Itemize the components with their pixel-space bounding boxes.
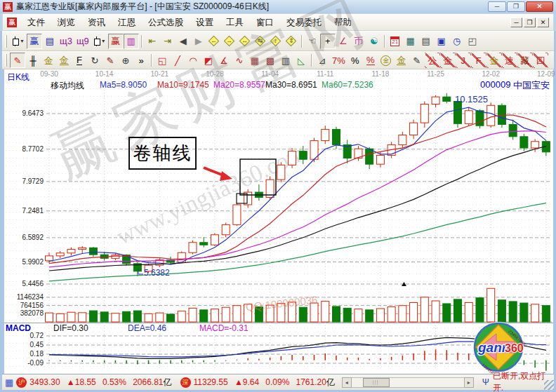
mdi-restore-button[interactable]: ❐ (524, 18, 536, 27)
percent-icon[interactable]: % (348, 53, 363, 68)
menu-item-gann[interactable]: 江恩 (112, 15, 142, 29)
scrollbar-right-arrow-icon[interactable]: ▸ (464, 377, 474, 388)
si-angle-icon[interactable]: 四 (533, 53, 548, 68)
next-page-icon[interactable]: ▶ (191, 34, 206, 49)
menu-item-formula-picker[interactable]: 公式选股 (142, 15, 190, 29)
expand-h-icon[interactable]: ↔ (237, 34, 253, 49)
compress-v-icon[interactable]: ⇕ (284, 34, 299, 49)
toolbar-grip[interactable] (5, 35, 7, 48)
gann-grid-box-icon[interactable]: ◩ (201, 53, 216, 68)
golden-red-icon[interactable]: 金 (440, 53, 456, 68)
date-label: 10-14 (93, 70, 117, 78)
close-button[interactable]: ✕ (526, 1, 553, 12)
spiral-icon[interactable]: ↻ (87, 53, 102, 68)
golden-lines-icon[interactable]: 金 (394, 53, 409, 68)
gann360-text-360: 360 (505, 342, 524, 354)
grid-box-icon[interactable]: ▩ (263, 53, 278, 68)
crosshair-icon[interactable]: + (320, 34, 336, 49)
save-icon[interactable]: ▣ (434, 34, 449, 49)
stock-name: 中国宝安 (513, 79, 550, 92)
candle-style-icon[interactable]: ▼ (91, 34, 108, 49)
golden-angle-icon[interactable]: 金 (486, 53, 502, 68)
mdi-close-button[interactable]: ✕ (537, 18, 549, 27)
menu-item-news[interactable]: 资讯 (81, 15, 112, 29)
more-tools-icon[interactable]: » (133, 53, 149, 68)
f-angle-icon[interactable]: F (471, 53, 486, 68)
speed-angle-icon[interactable]: 速 (502, 53, 517, 68)
yingjia-analysis-icon[interactable]: 赢 (108, 34, 124, 49)
cang-angle-icon[interactable]: 藏 (517, 53, 533, 68)
maximize-button[interactable]: ❐ (507, 1, 525, 12)
angle-line-icon[interactable]: ∡ (216, 53, 232, 68)
brush-icon[interactable]: ✎ (102, 53, 118, 68)
gong-lines-icon[interactable]: 公 (425, 53, 440, 68)
menu-item-file[interactable]: 文件 (21, 15, 51, 29)
piano-lines-icon[interactable]: ▥ (278, 53, 293, 68)
gann-box-icon[interactable]: ◱ (154, 53, 170, 68)
volume-profile-icon[interactable]: ▥ (124, 34, 139, 49)
gann-fan-lines-icon[interactable]: ╱ (170, 53, 185, 68)
scrollbar-track[interactable] (352, 377, 464, 388)
expand-v-icon[interactable]: ↕ (268, 34, 284, 49)
j-angle-icon[interactable]: J (456, 53, 471, 68)
toolbar-grip[interactable] (5, 54, 7, 67)
menu-item-window[interactable]: 窗口 (250, 15, 280, 29)
resize-grip[interactable] (544, 380, 554, 390)
period-selector-icon[interactable]: ▼ (10, 34, 27, 49)
smart-analysis-icon[interactable]: ☯ (366, 34, 382, 49)
keyboard-wizard-icon[interactable]: ▦ (5, 377, 13, 388)
drag-hand-icon[interactable]: ☜ (305, 34, 320, 49)
menu-item-browse[interactable]: 浏览 (51, 15, 81, 29)
scale-icon[interactable]: ⊿ (315, 53, 330, 68)
chart-h-scrollbar[interactable]: ◂ ▸ (342, 377, 474, 388)
date-label: 12-02 (479, 70, 503, 78)
minute-chart-9-icon[interactable]: щ9 (74, 34, 91, 49)
price-axis-label: 5.4456 (4, 280, 44, 288)
gann-angle-tool-icon[interactable]: ∠ (336, 34, 351, 49)
scroll-left-icon[interactable]: ← (206, 34, 222, 49)
menu-item-settings[interactable]: 设置 (190, 15, 220, 29)
scroll-right-icon[interactable]: → (222, 34, 237, 49)
ruler-icon[interactable]: ╫ (25, 53, 41, 68)
calendar-icon[interactable]: 21 (388, 34, 403, 49)
stock-info-icon[interactable]: ▤ (42, 34, 58, 49)
calculator-icon[interactable]: ▦ (403, 34, 418, 49)
scrollbar-left-arrow-icon[interactable]: ◂ (342, 377, 352, 388)
scroll-axis-annotation[interactable]: 卷轴线 (128, 137, 197, 170)
scrollbar-thumb[interactable] (363, 378, 390, 387)
cycle-ruler-icon[interactable]: ⊕ (118, 53, 133, 68)
golden-circle-icon[interactable]: 金 (378, 53, 394, 68)
frame-left-top (0, 31, 2, 69)
menu-item-help[interactable]: 帮助 (328, 15, 358, 29)
menu-item-tools[interactable]: 工具 (220, 15, 250, 29)
slant-lines-icon[interactable]: ◺ (293, 53, 309, 68)
export-icon[interactable]: ◰ (465, 34, 480, 49)
connection-status[interactable]: 已断开,双点打开. (493, 370, 551, 392)
gann-fan-tool-icon[interactable]: 币 (351, 34, 366, 49)
minute-chart-3-icon[interactable]: щ3 (58, 34, 74, 49)
draw-pen-icon[interactable]: ✎ (10, 53, 25, 68)
golden-ruler2-icon[interactable]: 金 (56, 53, 72, 68)
sz-exchange-icon: 深 (180, 377, 191, 388)
yingjia-network-icon[interactable]: 赢 (27, 34, 42, 49)
golden-ruler-icon[interactable]: 金 (41, 53, 56, 68)
zigzag-icon[interactable]: ∿ (232, 53, 247, 68)
prev-page-icon[interactable]: ◀ (176, 34, 191, 49)
grid-dense-icon[interactable]: ▦ (247, 53, 263, 68)
menu-logo-icon: 赢 (7, 18, 17, 27)
macd-dif-value: DIF=0.30 (53, 323, 88, 333)
pen-candle-icon[interactable]: ✎ (409, 53, 425, 68)
app-logo-icon: 赢 (3, 2, 13, 12)
gann-arc-icon[interactable]: ◠ (185, 53, 201, 68)
last-page-icon[interactable]: ⇥ (160, 34, 176, 49)
mdi-minimize-button[interactable]: ─ (510, 18, 522, 27)
compress-h-icon[interactable]: ↹ (253, 34, 268, 49)
percent-lines-icon[interactable]: % (363, 53, 378, 68)
notes-icon[interactable]: ▤ (418, 34, 434, 49)
percent7-icon[interactable]: 7% (330, 53, 348, 68)
minimize-button[interactable]: ─ (488, 1, 506, 12)
history-clock-icon[interactable]: ◷ (449, 34, 465, 49)
fibonacci-ruler-icon[interactable]: F (72, 53, 87, 68)
menu-item-trading[interactable]: 交易委托 (280, 15, 328, 29)
first-page-icon[interactable]: ⇤ (145, 34, 160, 49)
